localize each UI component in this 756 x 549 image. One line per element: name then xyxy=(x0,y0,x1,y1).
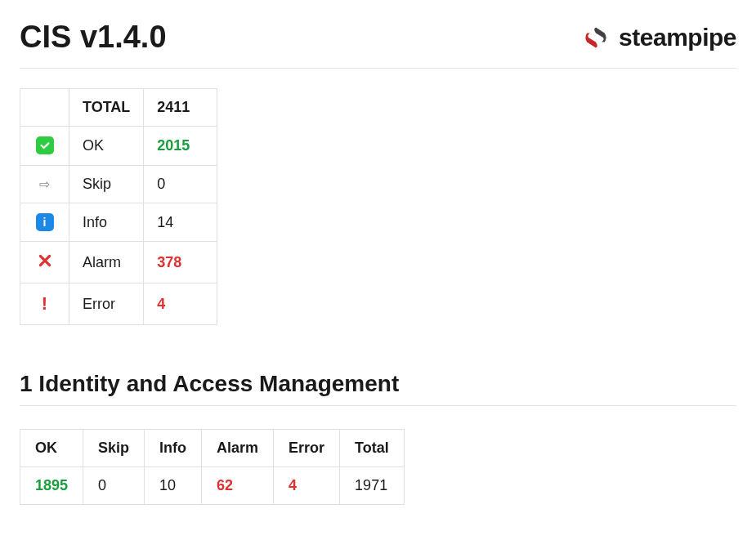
error-label: Error xyxy=(69,283,144,325)
error-value: 4 xyxy=(144,283,217,325)
section-divider xyxy=(20,405,736,406)
summary-header-row: TOTAL 2411 xyxy=(20,89,217,127)
x-icon xyxy=(38,252,52,272)
skip-icon-cell: ⇨ xyxy=(20,166,69,203)
alarm-label: Alarm xyxy=(69,242,144,283)
brand: steampipe xyxy=(581,23,736,52)
summary-total-label: TOTAL xyxy=(69,89,144,127)
detail-skip-value: 0 xyxy=(83,467,145,505)
summary-total-value: 2411 xyxy=(144,89,217,127)
section-title: 1 Identity and Access Management xyxy=(20,371,736,397)
alarm-value: 378 xyxy=(144,242,217,283)
info-label: Info xyxy=(69,203,144,242)
header: CIS v1.4.0 steampipe xyxy=(20,20,736,69)
info-icon: i xyxy=(36,213,54,231)
detail-alarm-value: 62 xyxy=(202,467,274,505)
detail-ok-value: 1895 xyxy=(20,467,83,505)
steampipe-logo-icon xyxy=(581,23,611,52)
summary-table: TOTAL 2411 OK 2015 ⇨ Skip 0 i Info 14 Al… xyxy=(20,88,217,325)
ok-value: 2015 xyxy=(144,127,217,166)
summary-row-skip: ⇨ Skip 0 xyxy=(20,166,217,203)
brand-name: steampipe xyxy=(619,24,736,51)
ok-label: OK xyxy=(69,127,144,166)
arrow-right-icon: ⇨ xyxy=(39,177,50,191)
detail-total-value: 1971 xyxy=(340,467,405,505)
summary-row-alarm: Alarm 378 xyxy=(20,242,217,283)
info-value: 14 xyxy=(144,203,217,242)
skip-value: 0 xyxy=(144,166,217,203)
alarm-icon-cell xyxy=(20,242,69,283)
checkmark-icon xyxy=(36,136,54,154)
detail-header-alarm: Alarm xyxy=(202,430,274,467)
summary-row-error: ! Error 4 xyxy=(20,283,217,325)
detail-table: OK Skip Info Alarm Error Total 1895 0 10… xyxy=(20,429,405,505)
page-title: CIS v1.4.0 xyxy=(20,20,167,55)
detail-header-ok: OK xyxy=(20,430,83,467)
detail-header-row: OK Skip Info Alarm Error Total xyxy=(20,430,405,467)
summary-header-icon-cell xyxy=(20,89,69,127)
error-icon-cell: ! xyxy=(20,283,69,325)
ok-icon-cell xyxy=(20,127,69,166)
detail-error-value: 4 xyxy=(274,467,340,505)
info-icon-cell: i xyxy=(20,203,69,242)
skip-label: Skip xyxy=(69,166,144,203)
summary-row-info: i Info 14 xyxy=(20,203,217,242)
detail-data-row: 1895 0 10 62 4 1971 xyxy=(20,467,405,505)
exclamation-icon: ! xyxy=(42,293,47,314)
detail-header-error: Error xyxy=(274,430,340,467)
summary-row-ok: OK 2015 xyxy=(20,127,217,166)
detail-header-skip: Skip xyxy=(83,430,145,467)
detail-info-value: 10 xyxy=(145,467,202,505)
detail-header-info: Info xyxy=(145,430,202,467)
detail-header-total: Total xyxy=(340,430,405,467)
